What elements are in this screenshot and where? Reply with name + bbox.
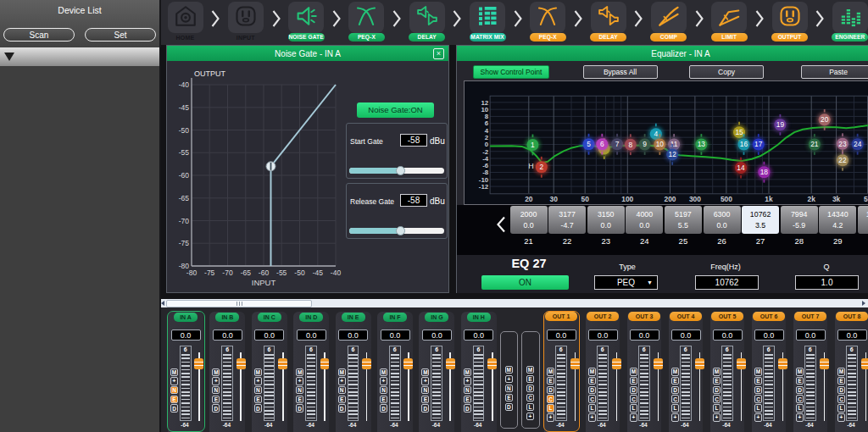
svg-text:200: 200 (665, 195, 676, 203)
svg-text:-60: -60 (179, 171, 190, 180)
svg-text:-55: -55 (179, 148, 190, 157)
svg-text:-60: -60 (259, 269, 270, 277)
svg-text:23: 23 (838, 140, 847, 148)
svg-text:-12: -12 (479, 183, 489, 191)
svg-text:7: 7 (615, 140, 620, 148)
svg-text:24: 24 (854, 140, 862, 148)
svg-text:8: 8 (629, 141, 633, 149)
svg-text:-40: -40 (331, 269, 342, 277)
svg-text:-65: -65 (179, 194, 190, 202)
svg-text:4: 4 (654, 130, 658, 138)
svg-text:INPUT: INPUT (252, 278, 276, 287)
svg-text:-75: -75 (204, 269, 215, 277)
svg-text:20: 20 (525, 195, 533, 203)
svg-text:2k: 2k (808, 195, 816, 203)
svg-text:16: 16 (740, 140, 748, 148)
svg-text:5: 5 (587, 140, 591, 148)
svg-text:14: 14 (737, 163, 745, 172)
svg-text:OUTPUT: OUTPUT (194, 69, 226, 78)
svg-text:1k: 1k (765, 195, 773, 203)
svg-text:-50: -50 (294, 269, 305, 277)
svg-text:-65: -65 (241, 269, 252, 277)
svg-text:30: 30 (550, 195, 559, 203)
svg-text:500: 500 (721, 195, 732, 203)
svg-text:12: 12 (668, 150, 676, 158)
svg-text:6: 6 (600, 140, 604, 148)
svg-text:2: 2 (539, 163, 543, 171)
svg-text:18: 18 (760, 168, 769, 176)
svg-text:100: 100 (621, 195, 633, 203)
svg-text:19: 19 (776, 120, 785, 129)
svg-text:5k: 5k (864, 195, 868, 203)
svg-text:-70: -70 (179, 217, 190, 225)
svg-text:50: 50 (581, 195, 590, 203)
svg-text:22: 22 (838, 156, 847, 164)
svg-text:-40: -40 (179, 80, 190, 89)
svg-text:-50: -50 (179, 126, 190, 135)
svg-text:-55: -55 (276, 269, 287, 277)
svg-text:3k: 3k (832, 195, 841, 203)
svg-text:13: 13 (698, 140, 706, 148)
svg-text:300: 300 (689, 195, 701, 203)
svg-text:10: 10 (656, 140, 665, 148)
svg-text:9: 9 (643, 140, 647, 148)
svg-text:-75: -75 (179, 239, 190, 247)
svg-text:15: 15 (735, 128, 743, 136)
svg-text:17: 17 (754, 140, 763, 148)
svg-text:-45: -45 (179, 103, 190, 112)
svg-text:H: H (528, 162, 533, 170)
svg-text:20: 20 (821, 115, 829, 124)
svg-text:1: 1 (531, 141, 535, 149)
svg-text:-45: -45 (313, 269, 324, 277)
svg-text:21: 21 (810, 140, 819, 148)
svg-text:-70: -70 (222, 269, 233, 277)
svg-text:-80: -80 (186, 269, 198, 277)
